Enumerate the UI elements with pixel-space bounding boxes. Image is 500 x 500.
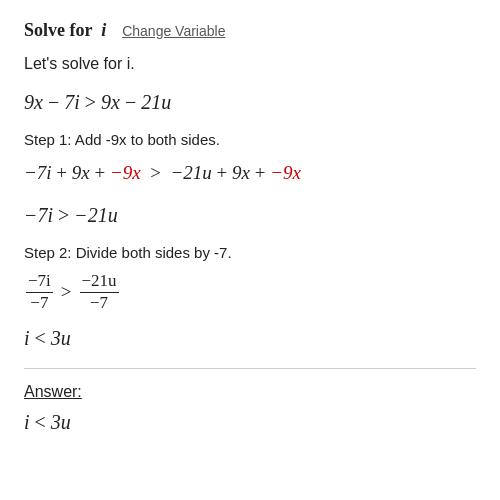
solve-prefix: Solve for	[24, 20, 92, 40]
answer-equation: i < 3u	[24, 411, 476, 434]
solve-variable: i	[101, 20, 106, 40]
step2-label: Step 2: Divide both sides by -7.	[24, 244, 476, 261]
step2-result: i < 3u	[24, 327, 476, 350]
header: Solve for i Change Variable	[24, 20, 476, 41]
step1-label: Step 1: Add -9x to both sides.	[24, 131, 476, 148]
answer-label: Answer:	[24, 383, 476, 401]
step1-result: −7i > −21u	[24, 200, 476, 230]
step2-equation: −7i −7 > −21u −7	[24, 271, 476, 313]
step2-operator: >	[61, 273, 72, 311]
rhs-denominator: −7	[88, 293, 110, 313]
divider	[24, 368, 476, 369]
lhs-numerator: −7i	[26, 271, 53, 292]
original-equation: 9x − 7i > 9x − 21u	[24, 87, 476, 117]
step2-lhs-fraction: −7i −7	[26, 271, 53, 313]
change-variable-link[interactable]: Change Variable	[122, 23, 225, 39]
lhs-denominator: −7	[28, 293, 50, 313]
step1-equation: −7i + 9x + −9x > −21u + 9x + −9x	[24, 158, 476, 188]
rhs-numerator: −21u	[80, 271, 119, 292]
intro-text: Let's solve for i.	[24, 55, 476, 73]
solve-label: Solve for i	[24, 20, 106, 41]
step2-rhs-fraction: −21u −7	[80, 271, 119, 313]
